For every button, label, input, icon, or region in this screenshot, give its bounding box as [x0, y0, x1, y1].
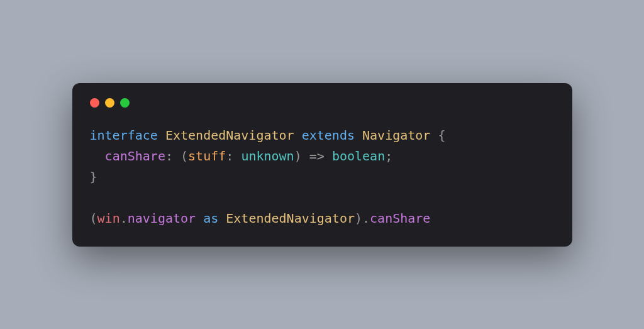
property-canshare: canShare: [105, 148, 165, 164]
traffic-lights: [90, 98, 555, 108]
type-navigator: Navigator: [362, 128, 430, 143]
type-boolean: boolean: [332, 148, 385, 164]
brace-close: }: [90, 169, 97, 184]
keyword-as: as: [203, 211, 218, 226]
property-navigator: navigator: [128, 211, 196, 226]
minimize-icon[interactable]: [105, 98, 114, 108]
type-extendednavigator-2: ExtendedNavigator: [226, 211, 355, 226]
keyword-interface: interface: [90, 128, 158, 143]
type-extendednavigator: ExtendedNavigator: [165, 128, 294, 143]
code-window: interface ExtendedNavigator extends Navi…: [72, 83, 572, 247]
type-unknown: unknown: [241, 148, 294, 164]
maximize-icon[interactable]: [120, 98, 130, 108]
code-block: interface ExtendedNavigator extends Navi…: [90, 125, 555, 229]
brace-open: {: [438, 128, 445, 143]
property-canshare-2: canShare: [370, 211, 430, 226]
param-stuff: stuff: [188, 148, 226, 164]
close-icon[interactable]: [90, 98, 99, 108]
keyword-extends: extends: [302, 128, 355, 143]
var-win: win: [97, 211, 120, 226]
arrow: =>: [309, 148, 325, 164]
